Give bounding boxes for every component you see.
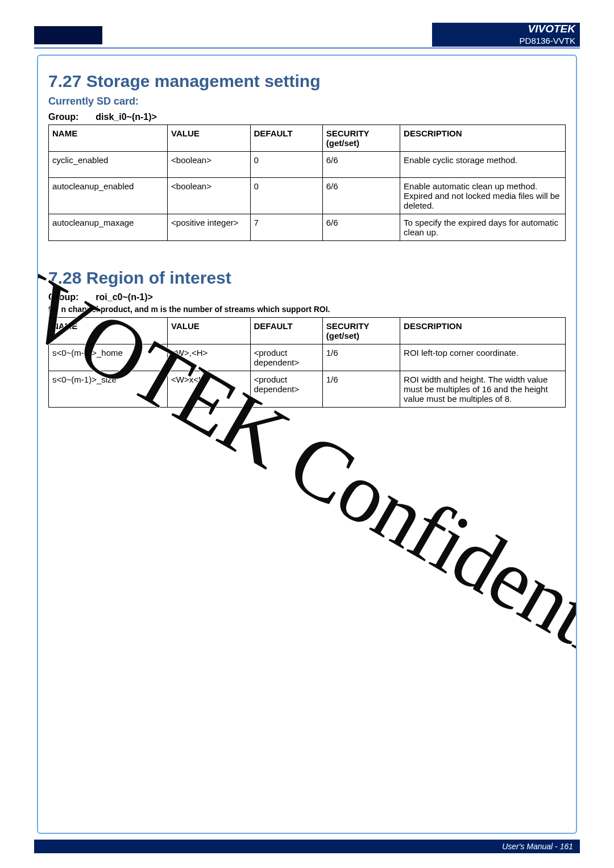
group-value: roi_c0~(n-1)> <box>96 292 152 302</box>
col-name: NAME <box>49 125 168 152</box>
cell-default: 0 <box>250 178 322 214</box>
col-security: SECURITY (get/set) <box>322 318 400 344</box>
table-728: NAME VALUE DEFAULT SECURITY (get/set) DE… <box>48 317 566 408</box>
cell-value: <boolean> <box>168 152 250 178</box>
table-row: s<0~(m-1)>_size <W>x<H> <product depende… <box>49 371 566 408</box>
col-value: VALUE <box>168 125 250 152</box>
cell-desc: Enable automatic clean up method. Expire… <box>400 178 566 214</box>
brand-label: VIVOTEK <box>432 23 580 35</box>
col-desc: DESCRIPTION <box>400 125 566 152</box>
col-default: DEFAULT <box>250 125 322 152</box>
col-name: NAME <box>49 318 168 344</box>
watermark-text: VIVOTEK Confidential <box>37 217 577 703</box>
cell-name: autocleanup_enabled <box>49 178 168 214</box>
group-note-text: for n channel product, and m is the numb… <box>48 305 566 314</box>
footer-bar: User's Manual - 161 <box>34 840 580 853</box>
footer-right: User's Manual - 161 <box>502 842 573 851</box>
content-frame: 7.27 Storage management setting Currentl… <box>37 55 577 834</box>
cell-desc: ROI left-top corner coordinate. <box>400 344 566 371</box>
cell-sec: 6/6 <box>322 178 400 214</box>
cell-name: cyclic_enabled <box>49 152 168 178</box>
cell-value: <boolean> <box>168 178 250 214</box>
cell-value: <W>,<H> <box>168 344 250 371</box>
cell-value: <positive integer> <box>168 214 250 241</box>
col-security: SECURITY (get/set) <box>322 125 400 152</box>
section-727-title: 7.27 Storage management setting <box>48 72 566 91</box>
cell-name: autocleanup_maxage <box>49 214 168 241</box>
group-prefix: Group: <box>48 112 78 122</box>
cell-default: <product dependent> <box>250 344 322 371</box>
model-label: PD8136-VVTK <box>432 35 580 47</box>
cell-default: 7 <box>250 214 322 241</box>
cell-name: s<0~(m-1)>_home <box>49 344 168 371</box>
cell-desc: To specify the expired days for automati… <box>400 214 566 241</box>
cell-sec: 1/6 <box>322 344 400 371</box>
table-header-row: NAME VALUE DEFAULT SECURITY (get/set) DE… <box>49 318 566 344</box>
table-row: cyclic_enabled <boolean> 0 6/6 Enable cy… <box>49 152 566 178</box>
section-727-group: Group: disk_i0~(n-1)> <box>48 112 566 122</box>
table-row: s<0~(m-1)>_home <W>,<H> <product depende… <box>49 344 566 371</box>
section-728-title: 7.28 Region of interest <box>48 268 566 288</box>
cell-sec: 6/6 <box>322 152 400 178</box>
logo-box <box>34 26 102 44</box>
table-row: autocleanup_enabled <boolean> 0 6/6 Enab… <box>49 178 566 214</box>
section-728-group: Group: roi_c0~(n-1)> <box>48 292 566 302</box>
table-header-row: NAME VALUE DEFAULT SECURITY (get/set) DE… <box>49 125 566 152</box>
col-default: DEFAULT <box>250 318 322 344</box>
cell-value: <W>x<H> <box>168 371 250 408</box>
table-row: autocleanup_maxage <positive integer> 7 … <box>49 214 566 241</box>
cell-default: 0 <box>250 152 322 178</box>
cell-name: s<0~(m-1)>_size <box>49 371 168 408</box>
header-bar: VIVOTEK PD8136-VVTK <box>34 27 580 49</box>
cell-default: <product dependent> <box>250 371 322 408</box>
cell-sec: 1/6 <box>322 371 400 408</box>
cell-desc: ROI width and height. The width value mu… <box>400 371 566 408</box>
watermark-outline: VIVOTEK Confidential <box>37 217 577 703</box>
col-value: VALUE <box>168 318 250 344</box>
group-prefix: Group: <box>48 292 78 302</box>
table-727: NAME VALUE DEFAULT SECURITY (get/set) DE… <box>48 124 566 241</box>
cell-desc: Enable cyclic storage method. <box>400 152 566 178</box>
col-desc: DESCRIPTION <box>400 318 566 344</box>
section-727-subtitle: Currently SD card: <box>48 95 566 107</box>
cell-sec: 6/6 <box>322 214 400 241</box>
group-value: disk_i0~(n-1)> <box>96 112 157 122</box>
